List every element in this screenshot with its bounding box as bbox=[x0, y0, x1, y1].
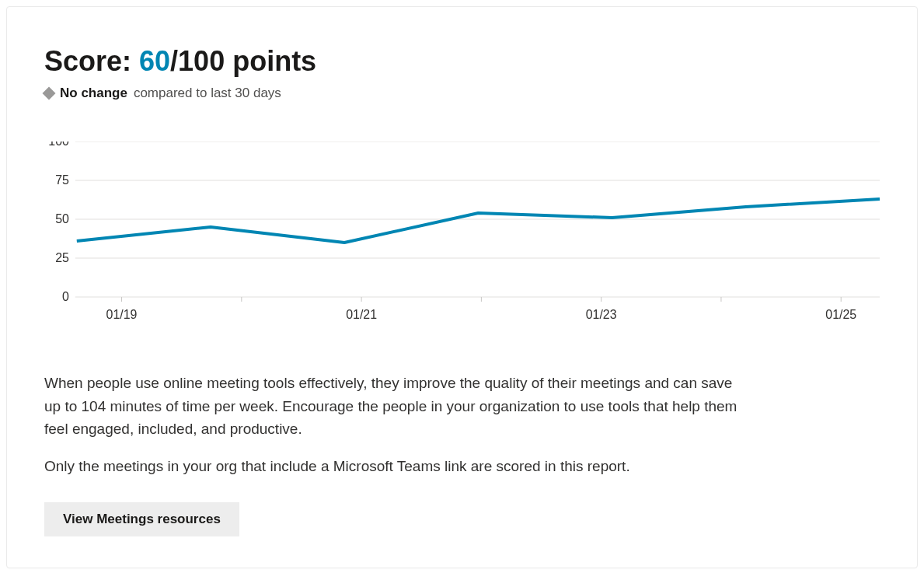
svg-text:50: 50 bbox=[55, 212, 69, 225]
change-context: compared to last 30 days bbox=[134, 86, 281, 101]
change-status: No change bbox=[60, 86, 127, 101]
description-paragraph-1: When people use online meeting tools eff… bbox=[44, 372, 744, 440]
svg-text:25: 25 bbox=[55, 251, 69, 264]
score-value: 60 bbox=[139, 45, 170, 77]
score-heading: Score: 60/100 points bbox=[44, 44, 880, 78]
svg-text:75: 75 bbox=[55, 173, 69, 187]
score-prefix: Score: bbox=[44, 45, 139, 77]
svg-text:01/19: 01/19 bbox=[106, 308, 138, 321]
svg-text:0: 0 bbox=[62, 290, 69, 303]
score-trend-chart: 0255075100 01/1901/2101/2301/25 bbox=[44, 142, 880, 336]
diamond-icon bbox=[43, 87, 56, 100]
change-indicator: No change compared to last 30 days bbox=[44, 86, 880, 101]
svg-text:01/23: 01/23 bbox=[586, 308, 617, 321]
view-resources-button[interactable]: View Meetings resources bbox=[44, 502, 239, 536]
score-card: Score: 60/100 points No change compared … bbox=[6, 6, 918, 568]
score-suffix: /100 points bbox=[170, 45, 316, 77]
chart-svg: 0255075100 01/1901/2101/2301/25 bbox=[44, 142, 880, 336]
description-block: When people use online meeting tools eff… bbox=[44, 372, 744, 477]
svg-text:100: 100 bbox=[48, 142, 69, 148]
svg-text:01/21: 01/21 bbox=[346, 308, 377, 321]
svg-text:01/25: 01/25 bbox=[825, 308, 856, 321]
description-paragraph-2: Only the meetings in your org that inclu… bbox=[44, 455, 744, 477]
